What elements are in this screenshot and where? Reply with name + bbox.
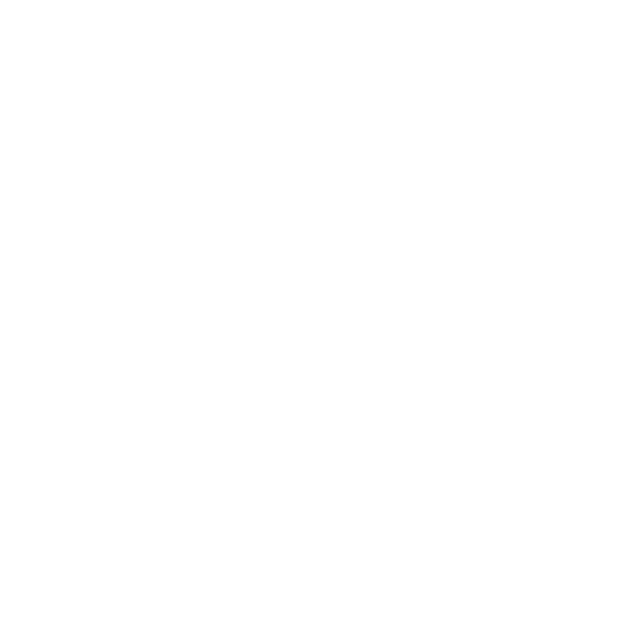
bottleneck-chart [0,0,644,644]
chart-frame [0,0,644,644]
